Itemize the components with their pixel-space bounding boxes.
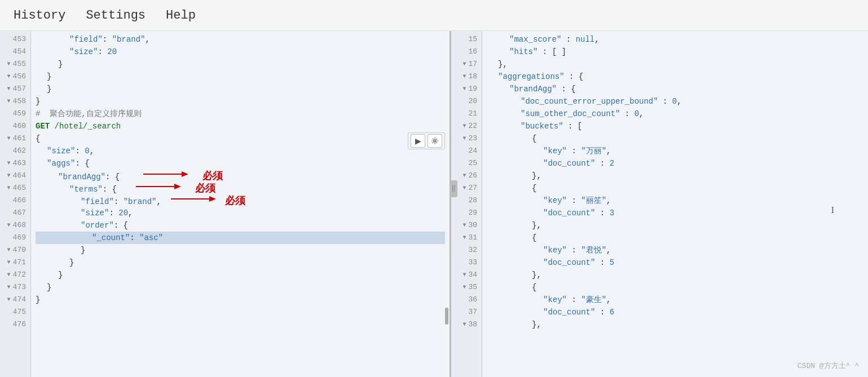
svg-marker-3 bbox=[174, 184, 181, 189]
fold-456: ▼ bbox=[5, 70, 11, 83]
menu-help[interactable]: Help bbox=[161, 6, 200, 25]
panel-divider[interactable]: ‖ bbox=[450, 180, 457, 197]
right-line-22: "buckets" : [ bbox=[487, 120, 863, 132]
line-462: "size": 0, bbox=[36, 145, 445, 157]
left-panel: 453 454 ▼455 ▼456 ▼457 ▼458 459 460 ▼461… bbox=[0, 31, 451, 377]
toolbar-overlay: ▶ bbox=[408, 132, 445, 149]
line-463: "aggs": { bbox=[36, 157, 445, 170]
line-454: "size": 20 bbox=[36, 46, 445, 58]
fold-474: ▼ bbox=[5, 294, 11, 306]
main-area: 453 454 ▼455 ▼456 ▼457 ▼458 459 460 ▼461… bbox=[0, 31, 868, 377]
right-panel: 15 16 ▼17 ▼18 ▼19 20 21 ▼22 ▼23 24 25 ▼2… bbox=[451, 31, 868, 377]
settings-button[interactable] bbox=[428, 134, 442, 148]
right-line-17: }, bbox=[487, 58, 863, 70]
line-474: } bbox=[36, 294, 445, 306]
fold-455: ▼ bbox=[5, 58, 11, 70]
right-line-28: "key" : "丽笙", bbox=[487, 194, 863, 207]
right-line-27: { bbox=[487, 182, 863, 194]
line-464: "brandAgg": { 必须 bbox=[36, 170, 445, 182]
right-line-35: { bbox=[487, 281, 863, 294]
response-editor[interactable]: 15 16 ▼17 ▼18 ▼19 20 21 ▼22 ▼23 24 25 ▼2… bbox=[451, 31, 868, 377]
right-code-content[interactable]: "max_score" : null, "hits" : [ ] }, "agg… bbox=[482, 31, 868, 377]
right-line-26: }, bbox=[487, 170, 863, 182]
right-line-33: "doc_count" : 5 bbox=[487, 256, 863, 269]
fold-470: ▼ bbox=[5, 244, 11, 256]
right-line-37: "doc_count" : 6 bbox=[487, 306, 863, 318]
watermark: CSDN @方方土^ ^ bbox=[797, 360, 859, 372]
right-line-30: }, bbox=[487, 219, 863, 232]
right-line-21: "sum_other_doc_count" : 0, bbox=[487, 108, 863, 120]
right-line-32: "key" : "君悦", bbox=[487, 244, 863, 256]
right-line-24: "key" : "万丽", bbox=[487, 145, 863, 157]
line-458: } bbox=[36, 95, 445, 108]
line-numbers: 453 454 ▼455 ▼456 ▼457 ▼458 459 460 ▼461… bbox=[0, 31, 31, 377]
fold-461: ▼ bbox=[5, 132, 11, 145]
right-line-18: "aggregations" : { bbox=[487, 70, 863, 83]
line-457: } bbox=[36, 83, 445, 95]
line-455: } bbox=[36, 58, 445, 70]
scrollbar[interactable] bbox=[445, 308, 448, 325]
fold-472: ▼ bbox=[5, 269, 11, 281]
fold-463: ▼ bbox=[5, 157, 11, 170]
line-467: "size": 20, bbox=[36, 207, 445, 219]
right-line-34: }, bbox=[487, 269, 863, 281]
right-line-20: "doc_count_error_upper_bound" : 0, bbox=[487, 95, 863, 108]
line-472: } bbox=[36, 269, 445, 281]
line-459: # 聚合功能,自定义排序规则 bbox=[36, 108, 445, 120]
line-475 bbox=[36, 306, 445, 318]
fold-457: ▼ bbox=[5, 83, 11, 95]
menu-settings[interactable]: Settings bbox=[81, 6, 150, 25]
right-line-15: "max_score" : null, bbox=[487, 33, 863, 46]
line-476 bbox=[36, 318, 445, 331]
code-content[interactable]: "field": "brand", "size": 20 } } } bbox=[31, 31, 450, 377]
right-line-numbers: 15 16 ▼17 ▼18 ▼19 20 21 ▼22 ▼23 24 25 ▼2… bbox=[451, 31, 482, 377]
right-line-29: "doc_count" : 3 bbox=[487, 207, 863, 219]
line-470: } bbox=[36, 244, 445, 256]
run-button[interactable]: ▶ bbox=[411, 134, 425, 148]
line-456: } bbox=[36, 70, 445, 83]
right-line-36: "key" : "豪生", bbox=[487, 294, 863, 306]
cursor-indicator: I bbox=[831, 204, 834, 216]
code-editor[interactable]: 453 454 ▼455 ▼456 ▼457 ▼458 459 460 ▼461… bbox=[0, 31, 450, 377]
line-469: "_count": "asc" bbox=[36, 232, 445, 244]
right-line-31: { bbox=[487, 232, 863, 244]
fold-468: ▼ bbox=[5, 219, 11, 232]
menu-bar: History Settings Help bbox=[0, 0, 868, 31]
line-460: GET /hotel/_search bbox=[36, 120, 445, 132]
line-466: "field": "brand", 必须 bbox=[36, 194, 445, 207]
svg-marker-5 bbox=[209, 196, 216, 202]
right-line-38: }, bbox=[487, 318, 863, 331]
line-468: "order": { bbox=[36, 219, 445, 232]
fold-464: ▼ bbox=[5, 170, 11, 182]
line-471: } bbox=[36, 256, 445, 269]
right-line-19: "brandAgg" : { bbox=[487, 83, 863, 95]
fold-465: ▼ bbox=[5, 182, 11, 194]
line-465: "terms": { 必须 bbox=[36, 182, 445, 194]
fold-471: ▼ bbox=[5, 256, 11, 269]
fold-473: ▼ bbox=[5, 281, 11, 294]
line-461: { bbox=[36, 132, 445, 145]
line-453: "field": "brand", bbox=[36, 33, 445, 46]
svg-point-6 bbox=[434, 140, 436, 142]
right-line-25: "doc_count" : 2 bbox=[487, 157, 863, 170]
line-473: } bbox=[36, 281, 445, 294]
right-line-16: "hits" : [ ] bbox=[487, 46, 863, 58]
right-line-23: { bbox=[487, 132, 863, 145]
fold-458: ▼ bbox=[5, 95, 11, 108]
menu-history[interactable]: History bbox=[9, 6, 70, 25]
svg-marker-1 bbox=[182, 171, 188, 177]
